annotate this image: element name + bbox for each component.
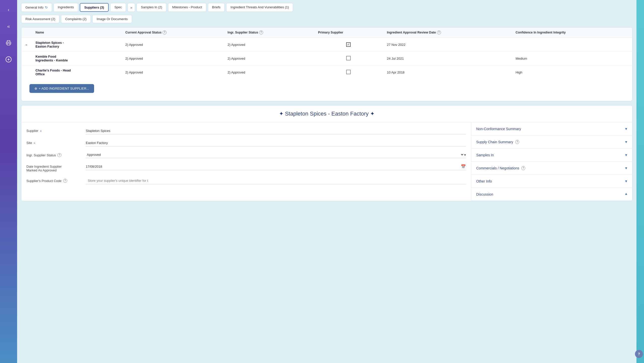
row2-name[interactable]: Kemble FoodIngredients - Kemble xyxy=(31,52,121,65)
add-ingredient-supplier-button[interactable]: ⊕ + ADD INGREDIENT SUPPLIER... xyxy=(29,84,94,93)
accordion-supply-chain: Supply Chain Summary ? ▾ xyxy=(471,135,632,149)
row1-name[interactable]: Stapleton Spices -Easton Factory xyxy=(31,38,121,52)
row1-expand[interactable]: » xyxy=(21,38,31,52)
tab-image-docs[interactable]: Image Or Documents xyxy=(92,15,132,23)
accordion-commercials-header[interactable]: Commercials / Negotiations ? ▾ xyxy=(471,162,632,174)
site-link-icon[interactable]: » xyxy=(33,141,35,145)
accordion-supply-chain-header[interactable]: Supply Chain Summary ? ▾ xyxy=(471,135,632,148)
row2-expand xyxy=(21,52,31,65)
suppliers-table: Name Current Approval Status ? Ingr. Sup… xyxy=(21,27,632,79)
supplier-label: Supplier » xyxy=(26,127,82,133)
row3-approval: 2) Approved xyxy=(121,65,223,79)
date-input-wrapper: 📅 xyxy=(86,163,466,170)
ingr-status-select[interactable]: Approved Pending Rejected xyxy=(86,153,464,157)
date-input[interactable] xyxy=(86,163,461,170)
row2-ingr-status: 2) Approved xyxy=(224,52,314,65)
tab-milestones[interactable]: Milestones - Product xyxy=(168,3,207,12)
tab-bar: General Info ↻ Ingredients Suppliers (3)… xyxy=(17,0,636,23)
review-date-help-icon[interactable]: ? xyxy=(437,30,441,34)
row3-name[interactable]: Charlie's Foods - HeadOffice xyxy=(31,65,121,79)
table-row: » Stapleton Spices -Easton Factory 2) Ap… xyxy=(21,38,632,52)
tab-general-info[interactable]: General Info ↻ xyxy=(21,3,52,12)
tab-complaints[interactable]: Complaints (2) xyxy=(61,15,91,23)
ingr-status-select-wrapper: Approved Pending Rejected ▾ xyxy=(86,152,466,158)
supply-chain-help-icon[interactable]: ? xyxy=(515,140,519,144)
row1-primary[interactable]: ✓ xyxy=(314,38,383,52)
supplier-right-panel: Non-Conformance Summary ▾ Supply Chain S… xyxy=(471,122,632,201)
supplier-detail-title: ✦ Stapleton Spices - Easton Factory ✦ xyxy=(21,105,632,122)
th-review-date: Ingredient Approval Review Date ? xyxy=(383,27,511,38)
accordion-non-conformance: Non-Conformance Summary ▾ xyxy=(471,122,632,135)
calendar-icon[interactable]: 📅 xyxy=(461,164,466,169)
back-icon[interactable]: ‹ xyxy=(4,5,13,14)
accordion-arrow-icon: ▾ xyxy=(625,126,627,131)
site-label: Site » xyxy=(26,139,82,145)
tab-threats[interactable]: Ingredient Threats And Vunerabilities (1… xyxy=(226,3,293,12)
accordion-discussion-header[interactable]: Discussion ▾ xyxy=(471,188,632,201)
tab-briefs[interactable]: Briefs xyxy=(208,3,225,12)
help-bubble-button[interactable]: ? xyxy=(635,350,643,358)
select-arrow-icon: ▾ xyxy=(464,153,466,157)
site-value: Easton Factory xyxy=(86,139,466,147)
row1-review-date: 27 Nov 2022 xyxy=(383,38,511,52)
accordion-arrow-up-icon: ▾ xyxy=(625,192,627,197)
content-area: Name Current Approval Status ? Ingr. Sup… xyxy=(17,23,636,363)
supplier-link-icon[interactable]: » xyxy=(40,129,42,133)
primary-checkbox-unchecked[interactable] xyxy=(346,70,351,74)
primary-checkbox-checked[interactable]: ✓ xyxy=(346,42,351,47)
refresh-icon: ↻ xyxy=(45,6,48,9)
row2-approval: 2) Approved xyxy=(121,52,223,65)
form-row-site: Site » Easton Factory xyxy=(26,139,466,147)
row3-expand xyxy=(21,65,31,79)
print-icon[interactable] xyxy=(4,38,13,47)
row1-approval: 2) Approved xyxy=(121,38,223,52)
ingr-status-label: Ingr. Supplier Status ? xyxy=(26,152,82,157)
ingr-status-help-icon[interactable]: ? xyxy=(259,30,263,34)
back-double-icon[interactable]: « xyxy=(4,22,13,31)
tab-spec[interactable]: Spec xyxy=(110,3,126,12)
row3-ingr-status: 2) Approved xyxy=(224,65,314,79)
tab-samples-in[interactable]: Samples In (2) xyxy=(137,3,167,12)
tab-suppliers[interactable]: Suppliers (3) xyxy=(80,3,109,12)
product-code-input[interactable] xyxy=(86,177,466,184)
row3-primary[interactable] xyxy=(314,65,383,79)
accordion-arrow-icon: ▾ xyxy=(625,153,627,157)
form-row-ingr-status: Ingr. Supplier Status ? Approved Pending… xyxy=(26,152,466,158)
plus-icon: ⊕ xyxy=(34,87,37,90)
th-name: Name xyxy=(31,27,121,38)
commercials-help-icon[interactable]: ? xyxy=(521,166,525,170)
accordion-non-conformance-header[interactable]: Non-Conformance Summary ▾ xyxy=(471,122,632,135)
supplier-value: Stapleton Spices xyxy=(86,127,466,134)
ingr-status-form-help-icon[interactable]: ? xyxy=(57,153,61,157)
supplier-detail-body: Supplier » Stapleton Spices Site » Easto… xyxy=(21,122,632,201)
th-confidence: Confidence In Ingredient Integrity xyxy=(511,27,632,38)
primary-checkbox-unchecked[interactable] xyxy=(346,56,351,60)
product-code-help-icon[interactable]: ? xyxy=(63,179,67,183)
row2-primary[interactable] xyxy=(314,52,383,65)
accordion-commercials: Commercials / Negotiations ? ▾ xyxy=(471,162,632,175)
supplier-detail-card: ✦ Stapleton Spices - Easton Factory ✦ Su… xyxy=(21,105,632,201)
accordion-other-info-header[interactable]: Other Info ▾ xyxy=(471,175,632,188)
approval-status-help-icon[interactable]: ? xyxy=(163,30,167,34)
tab-risk-assessment[interactable]: Risk Assessment (2) xyxy=(21,15,59,23)
form-row-product-code: Supplier's Product Code ? xyxy=(26,177,466,184)
row2-review-date: 24 Jul 2021 xyxy=(383,52,511,65)
main-content: General Info ↻ Ingredients Suppliers (3)… xyxy=(17,0,636,363)
accordion-samples-in-header[interactable]: Samples In ▾ xyxy=(471,149,632,161)
row1-ingr-status: 2) Approved xyxy=(224,38,314,52)
tab-general-info-label: General Info xyxy=(25,6,44,9)
supplier-form: Supplier » Stapleton Spices Site » Easto… xyxy=(21,122,471,201)
right-strip: ? xyxy=(636,0,644,363)
th-expand xyxy=(21,27,31,38)
product-code-label: Supplier's Product Code ? xyxy=(26,177,82,183)
add-circle-icon[interactable] xyxy=(4,55,13,64)
accordion-arrow-icon: ▾ xyxy=(625,179,627,184)
tab-more[interactable]: » xyxy=(128,3,135,12)
accordion-discussion: Discussion ▾ xyxy=(471,188,632,201)
accordion-samples-in: Samples In ▾ xyxy=(471,149,632,162)
row1-confidence xyxy=(511,38,632,52)
row2-confidence: Medium xyxy=(511,52,632,65)
sidebar: ‹ « xyxy=(0,0,17,363)
table-row: Charlie's Foods - HeadOffice 2) Approved… xyxy=(21,65,632,79)
tab-ingredients[interactable]: Ingredients xyxy=(54,3,78,12)
